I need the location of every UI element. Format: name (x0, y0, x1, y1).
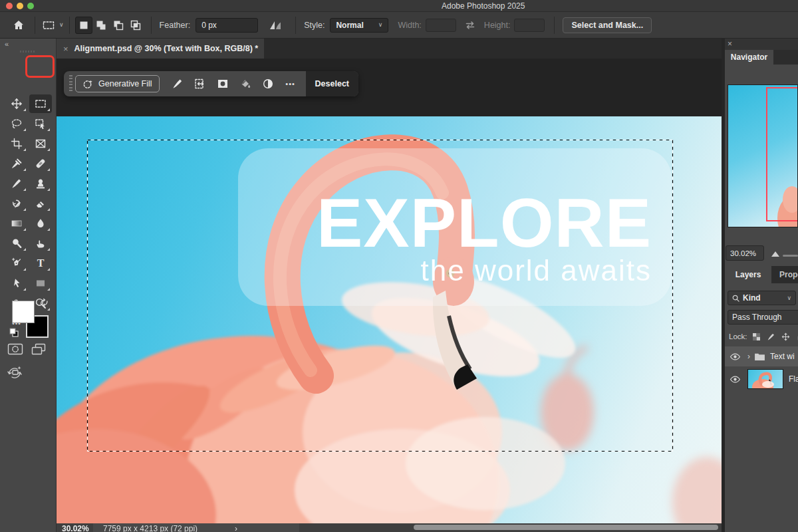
traffic-light-minimize-button[interactable] (17, 3, 23, 9)
screen-mode-button[interactable] (31, 342, 47, 356)
crop-tool[interactable] (5, 134, 28, 153)
height-input[interactable] (514, 19, 545, 32)
panel-close-icon[interactable]: × (728, 39, 732, 49)
navigator-zoom-field[interactable]: 30.02% (726, 245, 764, 261)
subheadline-text: the world awaits (421, 256, 652, 285)
lock-position-icon[interactable] (781, 332, 790, 341)
tab-close-icon[interactable]: × (63, 44, 68, 54)
lock-pixels-icon[interactable] (767, 332, 775, 341)
tab-layers[interactable]: Layers (725, 266, 771, 283)
layer-filter-field[interactable]: Kind ∨ (728, 291, 796, 305)
lock-transparency-icon[interactable] (752, 332, 761, 341)
layers-body: Kind ∨ Pass Through Lock: (725, 283, 798, 532)
toolbar: « (0, 39, 57, 532)
taskbar-more-options-button[interactable]: ••• (279, 80, 302, 88)
dodge-tool[interactable] (5, 234, 28, 253)
blend-mode-field[interactable]: Pass Through (728, 310, 798, 325)
type-tool[interactable]: T (29, 254, 52, 273)
layer-thumbnail[interactable] (747, 369, 783, 389)
zoom-out-mountain-icon[interactable] (771, 251, 780, 257)
search-icon (732, 295, 739, 302)
doc-info-chevron-icon[interactable]: › (235, 524, 237, 532)
document-tab[interactable]: × Alignment.psd @ 30% (Text with Box, RG… (57, 39, 264, 59)
panel-top-strip (725, 39, 798, 50)
width-input[interactable] (426, 19, 456, 32)
blur-tool[interactable] (29, 214, 52, 233)
smudge-tool[interactable] (29, 234, 52, 253)
mask-selection-icon[interactable] (211, 75, 234, 92)
history-brush-tool[interactable] (5, 194, 28, 213)
path-selection-tool[interactable] (5, 274, 28, 293)
rectangle-tool[interactable] (29, 274, 52, 293)
select-and-mask-button[interactable]: Select and Mask... (563, 17, 652, 33)
visibility-eye-icon[interactable] (730, 375, 741, 384)
new-selection-mode-button[interactable] (75, 17, 92, 34)
layer-name[interactable]: Fla (789, 374, 798, 384)
add-to-selection-mode-button[interactable] (92, 17, 110, 34)
toolbar-grip[interactable] (20, 51, 35, 53)
intersect-selection-mode-button[interactable] (127, 17, 144, 34)
tool-preset-chevron-icon[interactable]: ∨ (59, 22, 64, 28)
photoshop-window: Adobe Photoshop 2025 ∨ Feather: (0, 0, 798, 532)
clone-stamp-tool[interactable] (29, 174, 52, 193)
home-icon[interactable] (11, 17, 27, 34)
traffic-light-zoom-button[interactable] (27, 3, 34, 9)
generative-expand-icon[interactable] (7, 364, 24, 382)
invert-selection-icon[interactable] (257, 75, 279, 92)
canvas[interactable]: EXPLORE the world awaits (57, 116, 722, 523)
healing-brush-tool[interactable] (29, 154, 52, 173)
navigator-view-box[interactable] (766, 87, 798, 221)
right-panel: × Navigator 30.02% Layers (722, 39, 798, 532)
generative-fill-button[interactable]: Generative Fill (75, 75, 160, 92)
layer-name[interactable]: Text wi (770, 352, 795, 361)
layer-row-flamingo[interactable]: Fla (725, 366, 798, 392)
frame-tool[interactable] (29, 134, 52, 153)
lasso-tool[interactable] (5, 114, 28, 133)
horizontal-scrollbar[interactable] (414, 525, 718, 530)
status-zoom-value[interactable]: 30.02% (62, 524, 89, 532)
transform-selection-icon[interactable] (189, 75, 211, 92)
layer-row-group[interactable]: › Text wi (725, 346, 798, 366)
group-folder-icon (754, 352, 765, 361)
eraser-tool[interactable] (29, 194, 52, 213)
marquee-highlight-annotation (25, 55, 55, 78)
width-label: Width: (398, 21, 421, 30)
style-select[interactable]: Normal ∨ (330, 18, 388, 33)
brush-tool[interactable] (5, 174, 28, 193)
subtract-from-selection-mode-button[interactable] (110, 17, 127, 34)
rectangular-marquee-tool[interactable] (29, 94, 52, 113)
gradient-tool[interactable] (5, 214, 28, 233)
feather-label: Feather: (160, 21, 191, 30)
quick-mask-mode-button[interactable] (7, 342, 23, 356)
foreground-color-swatch[interactable] (12, 301, 35, 323)
window-title: Adobe Photoshop 2025 (442, 1, 525, 11)
fill-selection-icon[interactable] (234, 75, 257, 92)
pen-tool[interactable] (5, 254, 28, 273)
default-colors-icon[interactable] (9, 327, 19, 338)
deselect-button[interactable]: Deselect (306, 71, 358, 96)
navigator-zoom-slider[interactable] (783, 255, 798, 257)
swap-colors-icon[interactable] (39, 298, 49, 307)
tab-properties[interactable]: Properti (779, 266, 798, 283)
feather-input[interactable]: 0 px (196, 18, 258, 33)
taskbar-grip[interactable] (69, 75, 72, 92)
marquee-tool-preset-icon[interactable] (42, 19, 55, 31)
selection-brush-icon[interactable] (166, 75, 189, 92)
anti-alias-icon[interactable] (269, 20, 286, 31)
lock-all-icon[interactable] (796, 332, 798, 341)
tab-navigator[interactable]: Navigator (725, 50, 773, 65)
layers-tab-row: Layers Properti (725, 266, 798, 283)
traffic-light-close-button[interactable] (6, 3, 13, 9)
contextual-task-bar: Generative Fill ••• Deselect (64, 71, 358, 96)
visibility-eye-icon[interactable] (730, 352, 741, 361)
collapse-toolbar-button[interactable]: « (5, 40, 9, 48)
eyedropper-tool[interactable] (5, 154, 28, 173)
object-selection-tool[interactable] (29, 114, 52, 133)
lock-label: Lock: (729, 332, 747, 340)
group-expand-icon[interactable]: › (747, 352, 750, 361)
swap-dimensions-icon[interactable] (464, 21, 476, 30)
navigator-thumbnail[interactable] (728, 84, 798, 227)
move-tool[interactable] (5, 94, 28, 113)
filter-chevron-icon: ∨ (787, 295, 791, 301)
doc-dimensions-text: 7759 px x 4213 px (72 ppi) (103, 524, 198, 532)
